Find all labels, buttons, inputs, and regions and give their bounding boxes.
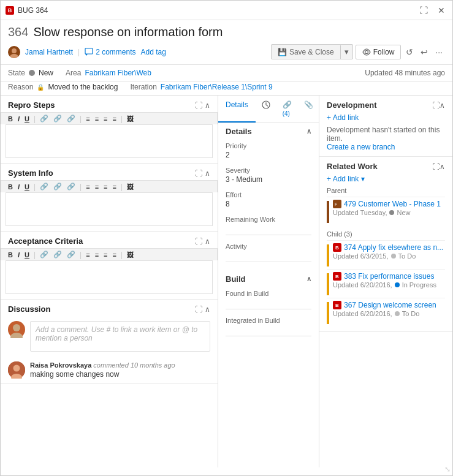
discussion-expand[interactable]: ⛶ [195, 305, 202, 314]
create-branch-link[interactable]: Create a new branch [327, 143, 395, 151]
right-panel: Details 🔗 (4) 📎 Details ∧ Priority 2 Sev… [218, 96, 452, 467]
add-tag-button[interactable]: Add tag [141, 48, 166, 56]
repro-steps-collapse[interactable]: ∧ [205, 101, 210, 110]
ac-list-btn-1[interactable]: ≡ [84, 251, 91, 259]
tab-links[interactable]: 🔗 (4) [276, 96, 298, 123]
related-work-add-link[interactable]: + Add link ▾ [327, 175, 365, 183]
si-link-btn-1[interactable]: 🔗 [38, 182, 50, 191]
build-section-header: Build ∧ [218, 271, 319, 286]
si-underline-btn[interactable]: U [23, 183, 31, 191]
discussion-input-box[interactable]: Add a comment. Use # to link a work item… [30, 321, 210, 352]
system-info-editor[interactable] [6, 192, 213, 226]
more-button[interactable]: ··· [433, 46, 445, 58]
details-title: Details [226, 127, 252, 136]
maximize-button[interactable]: ⛶ [417, 4, 430, 17]
effort-value[interactable]: 8 [226, 200, 311, 208]
ac-underline-btn[interactable]: U [23, 251, 31, 259]
list-btn-2[interactable]: ≡ [93, 115, 101, 123]
eye-icon [362, 48, 371, 56]
child-383-title[interactable]: 383 Fix performance issues [344, 272, 434, 281]
si-italic-btn[interactable]: I [16, 183, 21, 191]
state-value[interactable]: New [39, 69, 53, 77]
tab-details[interactable]: Details [218, 96, 256, 123]
si-list-btn-4[interactable]: ≡ [110, 183, 118, 191]
build-collapse[interactable]: ∧ [306, 275, 311, 283]
related-work-header: Related Work ⛶ ∧ [327, 162, 445, 171]
ac-list-btn-2[interactable]: ≡ [93, 251, 101, 259]
ac-link-btn-2[interactable]: 🔗 [51, 250, 64, 259]
si-image-btn[interactable]: 🖼 [125, 183, 135, 191]
related-work-collapse[interactable]: ∧ [440, 162, 445, 171]
remaining-work-value[interactable] [226, 224, 311, 235]
integrated-in-build-value[interactable] [226, 325, 311, 336]
acceptance-criteria-collapse[interactable]: ∧ [205, 237, 210, 246]
si-link-btn-2[interactable]: 🔗 [51, 182, 64, 191]
iteration-value[interactable]: Fabrikam Fiber\Release 1\Sprint 9 [161, 83, 273, 91]
si-list-btn-2[interactable]: ≡ [93, 183, 101, 191]
italic-btn[interactable]: I [16, 115, 21, 123]
comment-content: Raisa Pokrovskaya commented 10 months ag… [30, 361, 210, 379]
list-btn-4[interactable]: ≡ [110, 115, 118, 123]
tab-history[interactable] [256, 96, 276, 123]
activity-value[interactable] [226, 251, 311, 262]
comments-count: 2 comments [96, 48, 135, 56]
refresh-button[interactable]: ↺ [403, 46, 416, 58]
ac-list-btn-3[interactable]: ≡ [102, 251, 109, 259]
development-expand[interactable]: ⛶ [432, 101, 440, 110]
system-info-expand[interactable]: ⛶ [195, 169, 202, 178]
links-badge: (4) [283, 110, 290, 117]
ac-link-btn-1[interactable]: 🔗 [38, 250, 50, 259]
related-item-child-374: B 374 Apply fix elsewhere as n... Update… [327, 240, 445, 269]
system-info-collapse[interactable]: ∧ [205, 169, 210, 178]
si-link-btn-3[interactable]: 🔗 [65, 182, 77, 191]
link-btn-1[interactable]: 🔗 [38, 114, 50, 123]
development-collapse[interactable]: ∧ [440, 101, 445, 110]
child-367-title[interactable]: 367 Design welcome screen [344, 301, 436, 309]
details-collapse[interactable]: ∧ [306, 127, 311, 135]
list-btn-1[interactable]: ≡ [84, 115, 91, 123]
toolbar-right: 💾Save & Close ▾ Follow ↺ ↩ ··· [271, 44, 445, 59]
discussion-title: Discussion [8, 304, 195, 314]
ac-link-btn-3[interactable]: 🔗 [65, 250, 77, 259]
si-list-btn-3[interactable]: ≡ [102, 183, 109, 191]
repro-steps-expand[interactable]: ⛶ [195, 101, 202, 110]
bold-btn[interactable]: B [6, 115, 15, 123]
repro-steps-editor[interactable] [6, 124, 213, 158]
related-item-child-383: B 383 Fix performance issues Updated 6/2… [327, 269, 445, 298]
user-name[interactable]: Jamal Hartnett [25, 48, 73, 56]
link-btn-2[interactable]: 🔗 [51, 114, 64, 123]
related-work-expand[interactable]: ⛶ [432, 162, 440, 171]
discussion-collapse[interactable]: ∧ [205, 305, 210, 314]
severity-value[interactable]: 3 - Medium [226, 175, 311, 184]
found-in-build-value[interactable] [226, 298, 311, 309]
link-btn-3[interactable]: 🔗 [65, 114, 77, 123]
development-add-link[interactable]: + Add link [327, 113, 359, 122]
ac-italic-btn[interactable]: I [16, 251, 21, 259]
close-button[interactable]: ✕ [435, 4, 447, 17]
ac-list-btn-4[interactable]: ≡ [110, 251, 118, 259]
save-close-button[interactable]: 💾Save & Close [272, 45, 341, 59]
area-value[interactable]: Fabrikam Fiber\Web [85, 69, 151, 77]
acceptance-criteria-expand[interactable]: ⛶ [195, 237, 202, 246]
undo-button[interactable]: ↩ [418, 46, 430, 58]
image-btn[interactable]: 🖼 [125, 115, 135, 123]
underline-btn[interactable]: U [23, 115, 31, 123]
si-bold-btn[interactable]: B [6, 183, 15, 191]
resize-handle[interactable]: ⤡ [444, 465, 451, 474]
ac-bold-btn[interactable]: B [6, 251, 15, 259]
reason-value[interactable]: Moved to the backlog [48, 83, 118, 91]
state-bar: State New Area Fabrikam Fiber\Web Update… [1, 65, 452, 81]
ac-image-btn[interactable]: 🖼 [125, 251, 135, 259]
comments-button[interactable]: 2 comments [85, 48, 135, 56]
priority-value[interactable]: 2 [226, 151, 311, 159]
parent-title[interactable]: 479 Customer Web - Phase 1 [344, 200, 441, 208]
save-close-dropdown[interactable]: ▾ [341, 45, 352, 59]
list-btn-3[interactable]: ≡ [102, 115, 109, 123]
follow-button[interactable]: Follow [356, 45, 402, 59]
acceptance-criteria-editor[interactable] [6, 260, 213, 294]
tab-attachments[interactable]: 📎 [298, 96, 319, 123]
area-item: Area Fabrikam Fiber\Web [66, 69, 151, 77]
bug-icon: B [6, 6, 14, 15]
si-list-btn-1[interactable]: ≡ [84, 183, 91, 191]
child-374-title[interactable]: 374 Apply fix elsewhere as n... [344, 243, 443, 252]
